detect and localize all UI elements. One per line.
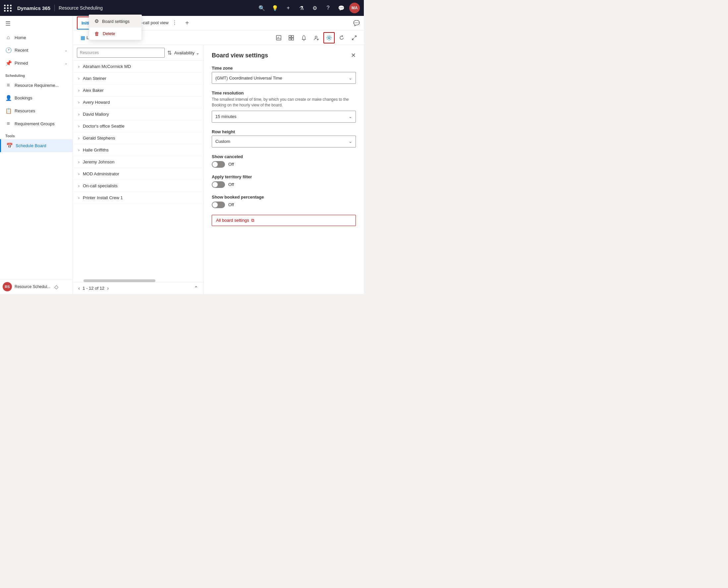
sidebar-bottom-avatar: RS — [3, 282, 12, 291]
expand-icon — [351, 35, 357, 41]
list-item[interactable]: › Alan Steiner — [73, 72, 204, 85]
timezone-label: Time zone — [212, 66, 356, 70]
filter-icon[interactable]: ⚗ — [296, 3, 307, 13]
sidebar-item-label: Recent — [15, 48, 28, 53]
add-tab-button[interactable]: + — [183, 18, 192, 28]
list-item[interactable]: › Gerald Stephens — [73, 132, 204, 144]
horizontal-scrollbar[interactable] — [84, 279, 155, 282]
sidebar-item-recent[interactable]: 🕐 Recent ⌄ — [0, 44, 72, 57]
apps-button[interactable] — [4, 5, 12, 12]
resource-name: Gerald Stephens — [83, 135, 115, 141]
list-item[interactable]: › Doctor's office Seattle — [73, 120, 204, 132]
list-item[interactable]: › Printer Install Crew 1 — [73, 192, 204, 204]
sidebar-item-resources[interactable]: 📋 Resources — [0, 104, 72, 117]
sidebar-item-label: Pinned — [15, 61, 28, 66]
collapse-button[interactable]: ⌃ — [194, 285, 198, 291]
hamburger-button[interactable]: ☰ — [0, 16, 72, 31]
sidebar-item-bookings[interactable]: 👤 Bookings — [0, 91, 72, 104]
gear-icon: ⚙ — [94, 18, 99, 24]
scheduling-section-label: Scheduling — [0, 70, 72, 79]
territory-filter-toggle[interactable] — [212, 181, 225, 188]
calendar-icon: 📅 — [6, 143, 12, 149]
context-menu: ⚙ Board settings 🗑 Delete — [89, 15, 142, 40]
list-item[interactable]: › Alex Baker — [73, 85, 204, 97]
delete-icon: 🗑 — [94, 31, 100, 37]
sidebar-item-home[interactable]: ⌂ Home — [0, 31, 72, 44]
person-add-icon — [314, 35, 319, 41]
all-board-settings-button[interactable]: All board settings ⧉ — [212, 215, 356, 226]
list-item[interactable]: › Avery Howard — [73, 97, 204, 108]
svg-point-11 — [328, 37, 330, 39]
row-height-select[interactable]: Custom ⌄ — [212, 135, 356, 147]
booked-percentage-toggle[interactable] — [212, 202, 225, 208]
sidebar-item-requirement-groups[interactable]: ≡ Requirement Groups — [0, 117, 72, 130]
resource-name: MOD Administrator — [83, 171, 119, 176]
settings-icon[interactable]: ⚙ — [309, 3, 320, 13]
tools-section-label: Tools — [0, 130, 72, 139]
list-item[interactable]: › Jeremy Johnson — [73, 156, 204, 168]
sidebar-item-label: Requirement Groups — [15, 121, 55, 126]
context-menu-label: Board settings — [102, 19, 130, 24]
context-menu-item-delete[interactable]: 🗑 Delete — [89, 27, 142, 40]
territory-filter-section: Apply territory filter Off — [212, 174, 356, 188]
tab-options-icon[interactable]: ⋮ — [172, 20, 177, 26]
add-icon[interactable]: + — [283, 3, 294, 13]
list-item[interactable]: › Halle Griffiths — [73, 144, 204, 156]
sidebar-item-label: Resource Requireme... — [15, 83, 59, 88]
search-icon[interactable]: 🔍 — [256, 3, 267, 13]
scrollbar-area — [73, 278, 204, 282]
time-resolution-select[interactable]: 15 minutes ⌄ — [212, 111, 356, 123]
chat-window-icon[interactable]: 💬 — [353, 20, 360, 26]
show-canceled-toggle[interactable] — [212, 161, 225, 168]
timezone-select[interactable]: (GMT) Coordinated Universal Time ⌄ — [212, 72, 356, 84]
territory-filter-label: Apply territory filter — [212, 174, 356, 179]
prev-page-button[interactable]: ‹ — [78, 286, 80, 291]
sort-icon[interactable]: ⇅ — [167, 50, 172, 56]
resources-search-input[interactable]: Resources — [77, 48, 165, 58]
expand-button[interactable] — [348, 32, 360, 43]
all-board-settings-label: All board settings — [216, 218, 249, 223]
svg-rect-6 — [289, 38, 291, 40]
resource-name: Halle Griffiths — [83, 147, 109, 152]
chat-icon[interactable]: 💬 — [336, 3, 347, 13]
pin-icon: 📌 — [5, 60, 11, 66]
sidebar-item-label: Home — [15, 35, 26, 40]
user-avatar[interactable]: MA — [349, 3, 360, 13]
time-resolution-section: Time resolution The smallest interval of… — [212, 90, 356, 123]
list-item[interactable]: › MOD Administrator — [73, 168, 204, 180]
booked-percentage-toggle-label: Off — [228, 202, 234, 207]
sidebar-item-pinned[interactable]: 📌 Pinned ⌄ — [0, 57, 72, 70]
list-item[interactable]: › David Mallory — [73, 108, 204, 120]
help-icon[interactable]: ? — [323, 3, 333, 13]
row-height-section: Row height Custom ⌄ — [212, 129, 356, 147]
expand-icon: › — [78, 160, 80, 164]
list-item[interactable]: › Abraham McCormick MD — [73, 61, 204, 72]
sidebar-item-resource-requirements[interactable]: ≡ Resource Requireme... — [0, 79, 72, 91]
lightbulb-icon[interactable]: 💡 — [270, 3, 280, 13]
module-name: Resource Scheduling — [59, 5, 103, 10]
refresh-button[interactable] — [336, 32, 347, 43]
expand-icon: › — [78, 112, 80, 117]
person-icon-button[interactable] — [311, 32, 322, 43]
sidebar-item-schedule-board[interactable]: 📅 Schedule Board — [0, 139, 72, 152]
time-resolution-value: 15 minutes — [215, 114, 237, 119]
board-settings-button[interactable] — [323, 32, 335, 43]
grid-view-button[interactable] — [286, 32, 297, 43]
report-icon-button[interactable] — [273, 32, 284, 43]
expand-icon: › — [78, 100, 80, 105]
settings-panel-title: Board view settings — [212, 52, 268, 59]
availability-filter[interactable]: Availability ⌄ — [174, 50, 199, 55]
bell-icon-button[interactable] — [298, 32, 309, 43]
show-canceled-label: Show canceled — [212, 154, 356, 159]
resource-name: Alan Steiner — [83, 76, 106, 81]
next-page-button[interactable]: › — [107, 286, 109, 291]
show-canceled-toggle-label: Off — [228, 162, 234, 167]
context-menu-item-board-settings[interactable]: ⚙ Board settings — [89, 15, 142, 27]
svg-rect-4 — [289, 36, 291, 38]
grid-icon — [288, 35, 294, 41]
svg-rect-5 — [292, 36, 294, 38]
close-panel-button[interactable]: ✕ — [351, 52, 356, 59]
sidebar: ☰ ⌂ Home 🕐 Recent ⌄ 📌 Pinned ⌄ Schedulin… — [0, 16, 73, 294]
groups-icon: ≡ — [5, 121, 11, 127]
list-item[interactable]: › On-call specialists — [73, 180, 204, 192]
